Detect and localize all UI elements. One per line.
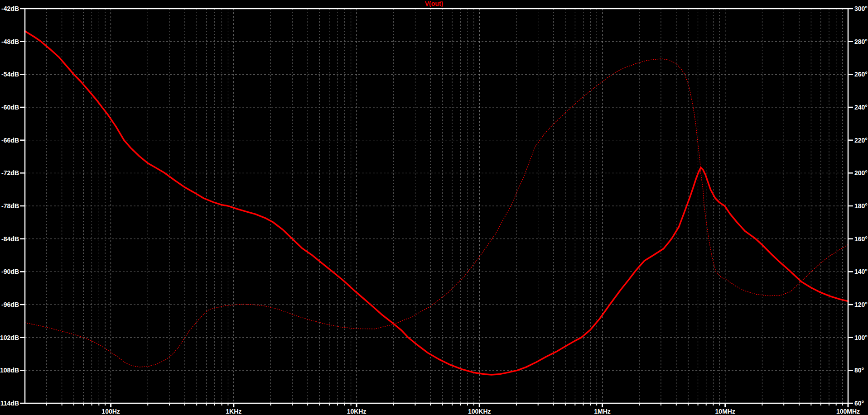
y-right-tick-label: 220° — [854, 137, 868, 144]
y-left-tick-label: -66dB — [1, 137, 19, 144]
x-tick-label: 100KHz — [468, 408, 491, 415]
y-left-tick-label: -60dB — [1, 104, 19, 111]
y-right-tick-label: 160° — [854, 235, 868, 243]
y-left-tick-label: -114dB — [0, 400, 19, 407]
x-tick-label: 100Hz — [101, 408, 120, 415]
waveform-viewer: -42dB-48dB-54dB-60dB-66dB-72dB-78dB-84dB… — [0, 0, 868, 415]
magnitude-trace — [25, 31, 848, 375]
y-right-tick-label: 260° — [854, 71, 868, 78]
y-right-tick-label: 240° — [854, 104, 868, 111]
y-right-tick-label: 80° — [854, 367, 864, 374]
y-left-tick-label: -42dB — [1, 5, 19, 12]
plot-title: V(out) — [425, 0, 443, 7]
x-tick-label: 10MHz — [715, 408, 735, 415]
y-right-tick-label: 280° — [854, 38, 868, 45]
y-right-tick-label: 180° — [854, 202, 868, 210]
y-left-tick-label: -84dB — [1, 235, 19, 243]
phase-trace — [25, 59, 848, 367]
axis-labels: -42dB-48dB-54dB-60dB-66dB-72dB-78dB-84dB… — [0, 5, 868, 415]
trace-curves — [25, 31, 848, 375]
y-left-tick-label: -96dB — [1, 301, 19, 308]
y-right-tick-label: 200° — [854, 169, 868, 176]
x-tick-label: 1MHz — [594, 408, 611, 415]
y-left-tick-label: -48dB — [1, 38, 19, 45]
y-left-tick-label: -108dB — [0, 367, 19, 374]
x-tick-label: 10KHz — [347, 408, 366, 415]
y-right-tick-label: 100° — [854, 334, 868, 341]
y-left-tick-label: -72dB — [1, 169, 19, 176]
y-left-tick-label: -90dB — [1, 268, 19, 275]
axes — [20, 9, 853, 407]
y-left-tick-label: -78dB — [1, 202, 19, 210]
y-left-tick-label: -102dB — [0, 334, 19, 341]
x-tick-label: 1KHz — [226, 408, 241, 415]
bode-plot: -42dB-48dB-54dB-60dB-66dB-72dB-78dB-84dB… — [0, 0, 868, 415]
y-left-tick-label: -54dB — [1, 71, 19, 78]
y-right-tick-label: 300° — [854, 5, 868, 12]
y-right-tick-label: 140° — [854, 268, 868, 275]
x-tick-label: 100MHz — [836, 408, 860, 415]
y-right-tick-label: 120° — [854, 301, 868, 308]
y-right-tick-label: 60° — [854, 400, 864, 407]
